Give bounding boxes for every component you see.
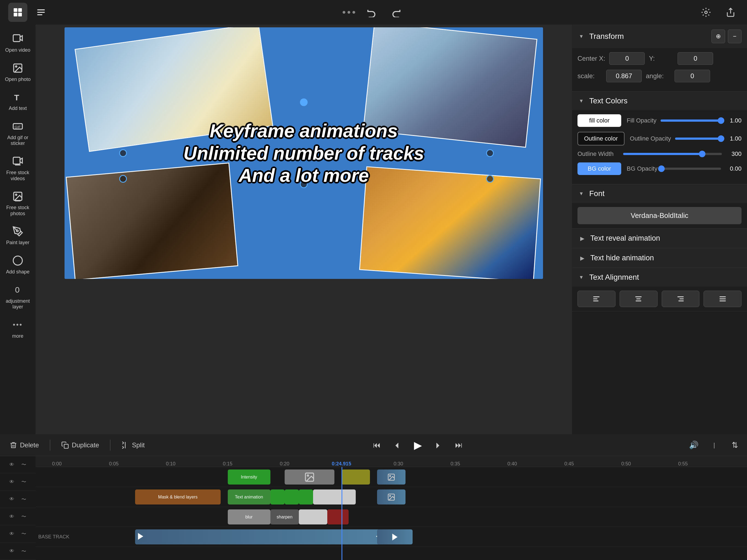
adjust-icon: 0 — [11, 283, 25, 297]
sidebar-item-add-gif[interactable]: GIF Add gif or sticker — [3, 116, 33, 150]
track-eye-6[interactable]: 👁 — [7, 546, 17, 556]
handle-bottom-right[interactable] — [486, 175, 494, 183]
handle-right[interactable] — [486, 149, 494, 157]
clip-tri-1[interactable] — [271, 489, 285, 505]
text-colors-header[interactable]: ▼ Text Colors — [572, 92, 747, 110]
delete-button[interactable]: Delete — [5, 439, 43, 451]
svg-marker-42 — [138, 533, 143, 539]
mode-button[interactable] — [33, 4, 49, 21]
clip-sharpen[interactable]: sharpen — [271, 509, 299, 525]
sidebar-item-adjustment-layer[interactable]: 0 adjustment layer — [3, 280, 33, 313]
track-wave-4[interactable]: 〜 — [19, 512, 29, 521]
clip-base-main[interactable] — [135, 529, 384, 544]
fill-opacity-thumb[interactable] — [718, 117, 724, 124]
clip-tri-3[interactable] — [299, 489, 313, 505]
track-wave-6[interactable]: 〜 — [19, 546, 29, 556]
track-ctrl-row-5: 👁 〜 — [0, 525, 35, 542]
outline-width-thumb[interactable] — [699, 151, 705, 157]
clip-photo-2[interactable] — [377, 489, 406, 505]
handle-left[interactable] — [119, 149, 127, 157]
clip-yellow-1[interactable] — [341, 469, 370, 485]
clip-blur[interactable]: blur — [228, 509, 271, 525]
center-x-input[interactable] — [609, 52, 645, 65]
track-wave-3[interactable]: 〜 — [19, 494, 29, 504]
bg-color-button[interactable]: BG color — [577, 162, 621, 175]
clip-red-1[interactable] — [327, 509, 349, 525]
track-row-2: Mask & blend layers Text animation — [35, 487, 747, 507]
track-wave-1[interactable]: 〜 — [19, 460, 29, 469]
play-button[interactable]: ▶ — [411, 438, 424, 452]
clip-intensity[interactable]: Intensity — [228, 469, 271, 485]
clip-white-1[interactable] — [313, 489, 356, 505]
y-input[interactable] — [677, 52, 713, 65]
redo-button[interactable] — [388, 4, 404, 21]
clip-thumb-1[interactable] — [285, 469, 334, 485]
sidebar-item-add-text[interactable]: T Add text — [3, 87, 33, 115]
track-eye-2[interactable]: 👁 — [7, 477, 17, 487]
handle-top-center[interactable] — [300, 98, 308, 106]
volume-button[interactable]: 🔊 — [687, 438, 700, 452]
timeline-zoom-button[interactable]: ⇅ — [728, 438, 742, 452]
undo-button[interactable] — [363, 4, 380, 21]
outline-opacity-thumb[interactable] — [718, 135, 724, 142]
grid-button[interactable] — [8, 3, 27, 22]
track-wave-5[interactable]: 〜 — [19, 529, 29, 539]
clip-white-2[interactable] — [299, 509, 327, 525]
transform-remove-keyframe-btn[interactable]: − — [728, 29, 742, 43]
outline-opacity-slider[interactable] — [675, 137, 721, 140]
sidebar-item-more[interactable]: ••• more — [3, 315, 33, 342]
track-eye-3[interactable]: 👁 — [7, 494, 17, 504]
track-eye-1[interactable]: 👁 — [7, 460, 17, 469]
clip-base-end[interactable] — [377, 529, 413, 544]
svg-point-19 — [17, 230, 18, 232]
skip-to-end-button[interactable]: ⏭ — [452, 438, 466, 452]
sidebar-item-open-video[interactable]: Open video — [3, 29, 33, 57]
text-alignment-header[interactable]: ▼ Text Alignment — [572, 268, 747, 286]
settings-button[interactable] — [698, 4, 714, 21]
skip-to-start-button[interactable]: ⏮ — [370, 438, 384, 452]
scale-input[interactable] — [606, 70, 642, 82]
clip-photo-1[interactable] — [377, 469, 406, 485]
align-left-button[interactable] — [577, 291, 616, 307]
align-right-button[interactable] — [662, 291, 700, 307]
sidebar-item-free-stock-photos[interactable]: Free stock photos — [3, 186, 33, 220]
sidebar-item-open-photo[interactable]: Open photo — [3, 58, 33, 86]
step-forward-button[interactable]: ⏵ — [432, 438, 445, 452]
outline-color-button[interactable]: Outline color — [577, 132, 624, 146]
align-center-button[interactable] — [620, 291, 658, 307]
text-reveal-header[interactable]: ▶ Text reveal animation — [572, 229, 747, 248]
stock-video-icon — [11, 154, 25, 168]
track-ctrl-row-3: 👁 〜 — [0, 491, 35, 508]
transform-add-keyframe-btn[interactable]: ⊕ — [712, 29, 725, 43]
outline-width-row: Outline Width 300 — [577, 150, 742, 157]
share-button[interactable] — [722, 4, 739, 21]
outline-width-slider[interactable] — [623, 153, 722, 155]
handle-bottom-left[interactable] — [119, 175, 127, 183]
track-wave-2[interactable]: 〜 — [19, 477, 29, 487]
playhead[interactable] — [341, 467, 342, 560]
svg-point-41 — [390, 495, 391, 496]
transform-header[interactable]: ▼ Transform ⊕ − — [572, 25, 747, 48]
bg-opacity-slider[interactable] — [662, 168, 721, 170]
font-selector-button[interactable]: Verdana-BoldItalic — [577, 207, 742, 224]
font-header[interactable]: ▼ Font — [572, 184, 747, 203]
fill-opacity-slider[interactable] — [661, 120, 721, 122]
angle-input[interactable] — [674, 70, 710, 82]
step-back-button[interactable]: ⏴ — [390, 438, 404, 452]
toolbar-sep-1 — [50, 440, 50, 451]
fill-color-button[interactable]: fill color — [577, 114, 621, 127]
split-button[interactable]: Split — [117, 439, 149, 451]
align-justify-button[interactable] — [703, 291, 742, 307]
clip-tri-2[interactable] — [285, 489, 299, 505]
track-eye-5[interactable]: 👁 — [7, 529, 17, 539]
sidebar-item-free-stock-videos[interactable]: Free stock videos — [3, 151, 33, 185]
sidebar-item-paint-layer[interactable]: Paint layer — [3, 221, 33, 249]
track-eye-4[interactable]: 👁 — [7, 512, 17, 521]
clip-mask-blend[interactable]: Mask & blend layers — [135, 489, 221, 505]
duplicate-button[interactable]: Duplicate — [57, 439, 103, 451]
sidebar-item-add-shape[interactable]: Add shape — [3, 251, 33, 278]
clip-text-anim[interactable]: Text animation — [228, 489, 271, 505]
svg-point-17 — [16, 194, 17, 196]
bg-opacity-thumb[interactable] — [658, 166, 665, 172]
text-hide-header[interactable]: ▶ Text hide animation — [572, 248, 747, 268]
